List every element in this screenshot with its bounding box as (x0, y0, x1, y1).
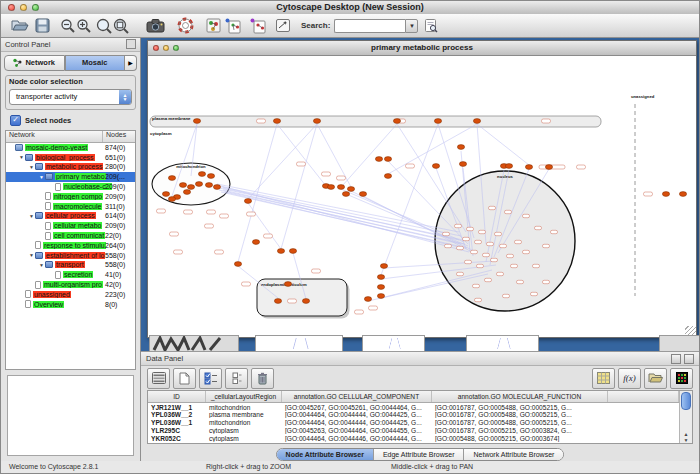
network-node[interactable] (273, 119, 280, 124)
new-network-icon[interactable] (225, 17, 242, 35)
table-column-header[interactable]: annotation.GO CELLULAR_COMPONENT (282, 391, 432, 402)
tree-row[interactable]: ▼cellular process614(0) (6, 211, 135, 221)
network-node[interactable] (505, 164, 512, 169)
float-panel-icon[interactable] (126, 39, 136, 49)
tree-column-nodes[interactable]: Nodes (103, 131, 135, 142)
zoom-in-icon[interactable] (76, 17, 92, 35)
table-cell[interactable]: YPL036W__1 (148, 419, 206, 426)
table-cell[interactable]: mitochondrion (206, 419, 282, 426)
network-node[interactable] (302, 299, 309, 304)
tree-row[interactable]: ▼metabolic process280(0) (6, 162, 135, 172)
network-node[interactable] (207, 174, 214, 179)
tree-row[interactable]: ▼establishment of lo558(0) (6, 250, 135, 260)
table-cell[interactable]: [GO:0016787, GO:0005215, GO:0003824, G..… (432, 427, 608, 434)
zoom-selected-icon[interactable] (96, 17, 113, 35)
table-column-header[interactable]: ID (148, 391, 206, 402)
table-cell[interactable]: [GO:0045263, GO:0044464, GO:0044455, G..… (282, 427, 432, 434)
tree-row[interactable]: macromolecule311(0) (6, 201, 135, 211)
network-node[interactable] (205, 183, 212, 188)
table-cell[interactable]: mitochondrion (206, 443, 282, 444)
table-row[interactable]: YLR295Ccytoplasm[GO:0045263, GO:0044464,… (148, 427, 679, 435)
tab-node-attribute-browser[interactable]: Node Attribute Browser (277, 449, 374, 460)
table-cell[interactable]: YDR039C__1 (148, 443, 206, 444)
edge[interactable] (397, 124, 466, 232)
edge[interactable] (317, 124, 351, 187)
network-node[interactable] (234, 262, 241, 267)
disclosure-arrow-icon[interactable]: ▼ (28, 252, 35, 258)
open-icon[interactable] (11, 17, 29, 35)
table-cell[interactable]: [GO:0044464, GO:0044444, GO:0044425, G..… (282, 419, 432, 426)
attribute-table-icon[interactable] (147, 368, 170, 389)
table-cell[interactable]: [GO:0044464, GO:0044446, GO:0044444, G..… (282, 435, 432, 442)
table-cell[interactable]: YLR295C (148, 427, 206, 434)
table-cell[interactable]: plasma membrane (206, 411, 282, 418)
background-window-fragment[interactable] (255, 335, 343, 351)
table-row[interactable]: YPL036W__2plasma membrane[GO:0044464, GO… (148, 411, 679, 419)
network-node[interactable] (337, 185, 344, 190)
birdseye-view[interactable] (7, 375, 134, 456)
table-row[interactable]: YJR121W__1mitochondrion[GO:0045267, GO:0… (148, 403, 679, 411)
table-cell[interactable]: YKR052C (148, 435, 206, 442)
table-cell[interactable]: [GO:0045267, GO:0045261, GO:0044464, G..… (282, 404, 432, 411)
table-scrollbar[interactable]: ▲▼ (679, 391, 692, 443)
table-row[interactable]: YPL036W__1mitochondrion[GO:0044464, GO:0… (148, 419, 679, 427)
scrollbar-thumb[interactable] (681, 392, 691, 410)
close-data-panel-icon[interactable] (684, 354, 694, 364)
matrix-icon[interactable] (592, 368, 615, 389)
edge[interactable] (381, 124, 438, 275)
more-tabs-arrow-icon[interactable]: ▶ (125, 55, 137, 71)
network-node[interactable] (277, 249, 284, 254)
advanced-search-icon[interactable] (424, 17, 438, 35)
network-node[interactable] (252, 240, 259, 245)
network-node[interactable] (359, 192, 366, 197)
network-node[interactable] (457, 145, 464, 150)
network-node[interactable] (183, 190, 190, 195)
zoom-fit-icon[interactable] (113, 17, 130, 35)
search-input[interactable] (334, 19, 405, 33)
network-node[interactable] (384, 157, 391, 162)
vizmapper-icon[interactable] (206, 17, 221, 35)
table-cell[interactable]: [GO:0044464, GO:0044444, GO:0044425, G..… (282, 411, 432, 418)
background-window-fragment[interactable] (149, 335, 239, 351)
network-node[interactable] (432, 164, 439, 169)
network-node[interactable] (375, 157, 382, 162)
tab-network[interactable]: Network (4, 55, 65, 71)
disclosure-arrow-icon[interactable]: ▼ (28, 213, 35, 219)
snapshot-icon[interactable] (146, 17, 165, 35)
network-node[interactable] (662, 192, 669, 197)
tree-row[interactable]: nitrogen compo209(0) (6, 191, 135, 201)
table-cell[interactable]: [GO:0016787, GO:0005488, GO:0005215, G..… (432, 404, 608, 411)
formula-icon[interactable]: f(x) (618, 368, 641, 389)
network-node[interactable] (364, 297, 371, 302)
tree-row[interactable]: secretion41(0) (6, 270, 135, 280)
network-node[interactable] (162, 192, 169, 197)
network-view-titlebar[interactable]: primary metabolic process (148, 41, 696, 56)
delete-attribute-icon[interactable] (251, 368, 274, 389)
table-cell[interactable]: YJR121W__1 (148, 404, 206, 411)
table-row[interactable]: YDR039C__1mitochondrion[GO:0044464, GO:0… (148, 443, 679, 445)
help-icon[interactable] (177, 17, 194, 35)
network-node[interactable] (525, 165, 532, 170)
network-node[interactable] (377, 294, 384, 299)
table-cell[interactable]: mitochondrion (206, 404, 282, 411)
network-node[interactable] (380, 264, 387, 269)
import-attributes-icon[interactable] (644, 368, 667, 389)
tab-network-attribute-browser[interactable]: Network Attribute Browser (464, 449, 563, 460)
tree-row[interactable]: ▼transport558(0) (6, 260, 135, 270)
table-cell[interactable]: cytoplasm (206, 435, 282, 442)
network-node[interactable] (244, 199, 251, 204)
annotation-icon[interactable] (275, 17, 291, 35)
node-color-dropdown[interactable]: transporter activity ▲▼ (9, 89, 132, 105)
tree-row[interactable]: cellular metabo209(0) (6, 221, 135, 231)
background-window-fragment[interactable] (466, 335, 539, 351)
tree-row[interactable]: cell communicat22(0) (6, 231, 135, 241)
heatmap-icon[interactable] (670, 368, 693, 389)
edge[interactable] (281, 124, 317, 249)
table-column-header[interactable]: annotation.GO MOLECULAR_FUNCTION (432, 391, 608, 402)
network-node[interactable] (679, 192, 686, 197)
network-node[interactable] (473, 119, 480, 124)
tree-row[interactable]: Overview8(0) (6, 299, 135, 309)
network-node[interactable] (313, 119, 320, 124)
tree-row[interactable]: nucleobase-c...209(0) (6, 182, 135, 192)
new-attribute-icon[interactable] (173, 368, 196, 389)
